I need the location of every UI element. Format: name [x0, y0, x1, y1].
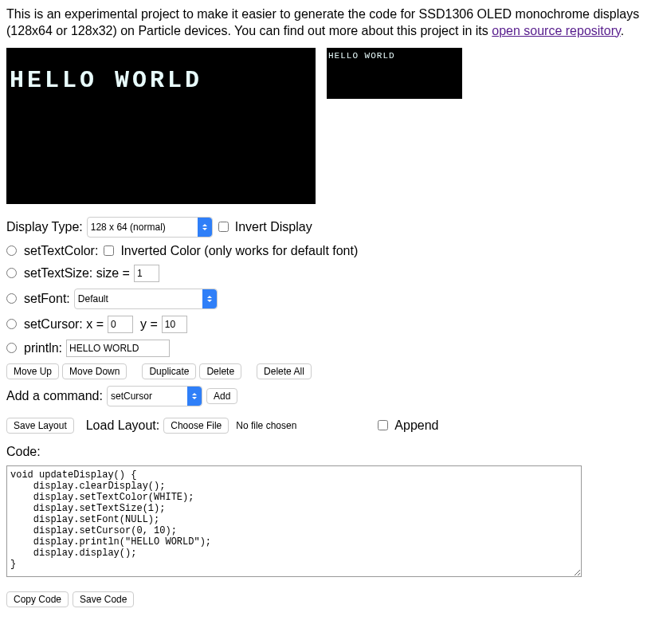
textsize-input[interactable]: [134, 265, 159, 282]
println-row: println:: [6, 340, 649, 357]
duplicate-button[interactable]: Duplicate: [142, 363, 196, 379]
delete-button[interactable]: Delete: [199, 363, 241, 379]
add-command-value: setCursor: [111, 391, 152, 402]
code-label-row: Code:: [6, 445, 649, 459]
cursor-x-input[interactable]: [108, 316, 133, 333]
no-file-text: No file chosen: [236, 420, 296, 431]
invert-display-label: Invert Display: [235, 220, 312, 234]
setfont-label: setFont:: [24, 292, 70, 306]
append-checkbox[interactable]: [378, 420, 388, 430]
settextsize-row: setTextSize: size =: [6, 265, 649, 282]
save-code-button[interactable]: Save Code: [73, 591, 134, 607]
layout-row: Save Layout Load Layout: Choose File No …: [6, 418, 649, 434]
println-input[interactable]: [66, 340, 170, 357]
inverted-color-checkbox[interactable]: [104, 245, 114, 256]
move-up-button[interactable]: Move Up: [6, 363, 59, 379]
add-button[interactable]: Add: [206, 388, 237, 404]
settextsize-radio[interactable]: [6, 268, 17, 278]
code-buttons-row: Copy Code Save Code: [6, 591, 649, 607]
chevron-updown-icon: [198, 218, 212, 237]
preview-area: HELLO WORLD HELLO WORLD: [6, 48, 649, 204]
settextcolor-label: setTextColor:: [24, 244, 98, 258]
code-textarea[interactable]: [6, 465, 582, 577]
setfont-value: Default: [78, 293, 108, 304]
oled-large-text: HELLO WORLD: [10, 67, 202, 94]
append-label: Append: [394, 418, 438, 433]
add-command-row: Add a command: setCursor Add: [6, 386, 649, 406]
display-type-row: Display Type: 128 x 64 (normal) Invert D…: [6, 217, 649, 238]
move-down-button[interactable]: Move Down: [62, 363, 127, 379]
settextsize-label: setTextSize: size =: [24, 266, 130, 281]
println-label: println:: [24, 341, 62, 355]
copy-code-button[interactable]: Copy Code: [6, 591, 69, 607]
oled-small-text: HELLO WORLD: [328, 51, 395, 61]
display-type-select[interactable]: 128 x 64 (normal): [87, 217, 213, 238]
cursor-y-input[interactable]: [162, 316, 187, 333]
display-type-label: Display Type:: [6, 220, 83, 234]
setcursor-row: setCursor: x = y =: [6, 316, 649, 333]
add-command-select[interactable]: setCursor: [107, 386, 202, 406]
choose-file-button[interactable]: Choose File: [163, 418, 229, 434]
setfont-row: setFont: Default: [6, 289, 649, 309]
chevron-updown-icon: [187, 387, 202, 406]
intro-text: This is an experimental project to make …: [6, 6, 649, 40]
repository-link[interactable]: open source repository: [492, 24, 621, 37]
save-layout-button[interactable]: Save Layout: [6, 418, 74, 434]
command-buttons-row: Move Up Move Down Duplicate Delete Delet…: [6, 363, 649, 379]
settextcolor-radio[interactable]: [6, 245, 17, 256]
invert-display-checkbox[interactable]: [218, 222, 229, 232]
println-radio[interactable]: [6, 343, 17, 353]
intro-part2: .: [621, 24, 624, 37]
oled-preview-large: HELLO WORLD: [6, 48, 316, 204]
load-layout-label: Load Layout:: [86, 418, 160, 433]
setcursor-x-label: setCursor: x =: [24, 317, 104, 332]
setfont-select[interactable]: Default: [74, 289, 218, 309]
setcursor-y-label: y =: [140, 317, 158, 332]
setcursor-radio[interactable]: [6, 319, 17, 329]
code-label: Code:: [6, 445, 41, 459]
setfont-radio[interactable]: [6, 293, 17, 304]
oled-preview-small: HELLO WORLD: [327, 48, 462, 99]
settextcolor-row: setTextColor: Inverted Color (only works…: [6, 244, 649, 258]
add-command-label: Add a command:: [6, 389, 103, 403]
inverted-color-label: Inverted Color (only works for default f…: [120, 244, 358, 258]
delete-all-button[interactable]: Delete All: [257, 363, 312, 379]
chevron-updown-icon: [202, 289, 217, 308]
display-type-value: 128 x 64 (normal): [91, 222, 166, 233]
